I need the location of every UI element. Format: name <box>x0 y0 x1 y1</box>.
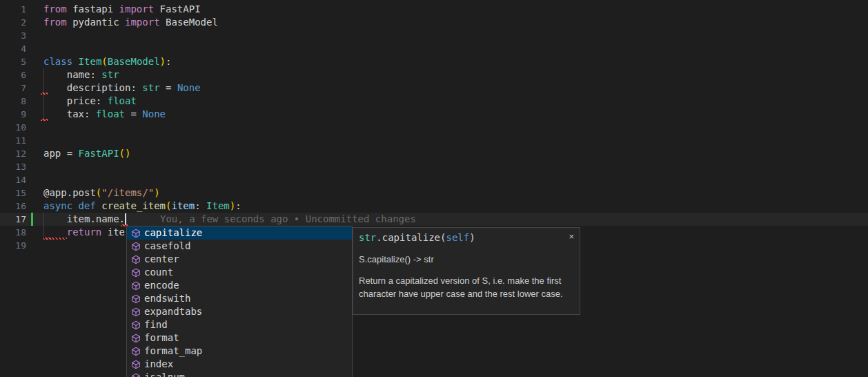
line-number[interactable]: 15 <box>0 186 26 200</box>
suggest-item-label: format_map <box>144 345 202 358</box>
line-number[interactable]: 7 <box>0 81 26 95</box>
code-line[interactable]: 13 <box>0 160 868 173</box>
suggest-item-label: expandtabs <box>144 305 202 318</box>
suggest-item-label: index <box>144 358 173 371</box>
suggest-item-label: encode <box>144 279 179 292</box>
code-token: . <box>376 232 382 243</box>
line-number[interactable]: 14 <box>0 173 26 186</box>
code-text: tax: float = None <box>43 108 166 121</box>
line-number[interactable]: 3 <box>0 29 26 42</box>
suggest-docs-description: Return a capitalized version of S, i.e. … <box>353 265 580 300</box>
suggest-item-label: format <box>144 331 179 345</box>
code-line[interactable]: 15@app.post("/items/") <box>0 186 868 200</box>
code-text: class Item(BaseModel): <box>43 55 171 68</box>
code-token: import <box>125 17 160 28</box>
line-number[interactable]: 18 <box>0 226 26 239</box>
text-cursor <box>125 213 126 225</box>
code-token: FastAPI <box>79 148 119 159</box>
code-line[interactable]: 5class Item(BaseModel): <box>0 55 868 68</box>
line-number[interactable]: 11 <box>0 134 26 147</box>
symbol-method-icon <box>130 280 141 291</box>
code-line[interactable]: 16async def create_item(item: Item): <box>0 200 868 213</box>
symbol-method-icon <box>130 333 141 344</box>
symbol-method-icon <box>130 346 141 357</box>
suggest-item[interactable]: expandtabs <box>127 305 352 318</box>
suggest-item[interactable]: index <box>127 358 352 371</box>
suggest-docs-signature: str.capitalize(self) <box>359 232 475 244</box>
code-token: tax: <box>43 108 96 119</box>
line-number[interactable]: 9 <box>0 108 26 121</box>
code-token: item.name. <box>43 213 125 224</box>
code-line[interactable]: 1from fastapi import FastAPI <box>0 3 868 16</box>
symbol-method-icon <box>130 320 141 331</box>
code-token: capitalize <box>382 232 440 243</box>
suggest-item-label: endswith <box>144 292 190 305</box>
code-text: name: str <box>43 68 119 81</box>
code-line[interactable]: 12app = FastAPI() <box>0 147 868 160</box>
code-token: None <box>142 108 166 119</box>
code-line[interactable]: 6 name: str <box>0 68 868 81</box>
symbol-method-icon <box>130 293 141 304</box>
code-token: self <box>446 232 469 243</box>
line-number[interactable]: 13 <box>0 160 26 173</box>
suggest-item[interactable]: format_map <box>127 345 352 358</box>
code-line[interactable]: 3 <box>0 29 868 42</box>
code-token <box>43 226 67 238</box>
suggest-item[interactable]: endswith <box>127 292 352 305</box>
code-token: str <box>359 232 376 243</box>
code-text: item.name. <box>43 213 125 226</box>
code-token: description: <box>43 82 142 93</box>
code-line[interactable]: 2from pydantic import BaseModel <box>0 16 868 29</box>
suggest-widget[interactable]: capitalizecasefoldcentercountencodeendsw… <box>126 226 353 377</box>
symbol-method-icon <box>130 254 141 265</box>
line-number[interactable]: 12 <box>0 147 26 160</box>
code-line[interactable]: 10 <box>0 121 868 134</box>
code-line[interactable]: 7 description: str = None <box>0 81 868 95</box>
line-number[interactable]: 19 <box>0 239 26 252</box>
line-number[interactable]: 6 <box>0 68 26 81</box>
suggest-item[interactable]: casefold <box>127 240 352 253</box>
line-number[interactable]: 5 <box>0 55 26 68</box>
code-text: app = FastAPI() <box>43 147 130 160</box>
error-squiggle <box>41 119 48 121</box>
error-squiggle <box>43 238 67 240</box>
suggest-item[interactable]: format <box>127 331 352 345</box>
line-number[interactable]: 17 <box>0 213 26 226</box>
line-number[interactable]: 1 <box>0 3 26 16</box>
suggest-item-label: find <box>144 318 168 331</box>
code-token: float <box>108 95 137 106</box>
code-token: ite <box>101 226 125 238</box>
code-token: str <box>101 69 119 80</box>
suggest-item-selected[interactable]: capitalize <box>127 226 352 240</box>
close-icon[interactable]: × <box>567 232 575 241</box>
inline-blame-annotation: You, a few seconds ago • Uncommitted cha… <box>160 213 416 226</box>
code-token: fastapi <box>67 3 119 14</box>
code-line[interactable]: 17 item.name. <box>0 213 868 226</box>
suggest-item[interactable]: isalnum <box>127 371 352 377</box>
symbol-method-icon <box>130 307 141 318</box>
line-number[interactable]: 8 <box>0 95 26 108</box>
suggest-item[interactable]: encode <box>127 279 352 292</box>
code-line[interactable]: 14 <box>0 173 868 186</box>
suggest-item[interactable]: center <box>127 253 352 266</box>
line-number[interactable]: 16 <box>0 200 26 213</box>
code-editor[interactable]: 1from fastapi import FastAPI2from pydant… <box>0 0 868 377</box>
gutter-modified-indicator[interactable] <box>31 213 33 226</box>
line-number[interactable]: 10 <box>0 121 26 134</box>
code-token: def <box>79 200 96 211</box>
suggest-item[interactable]: count <box>127 266 352 279</box>
code-line[interactable]: 8 price: float <box>0 95 868 108</box>
code-token: str <box>142 82 159 93</box>
line-number[interactable]: 2 <box>0 16 26 29</box>
line-number[interactable]: 4 <box>0 42 26 55</box>
code-token: = <box>125 108 142 119</box>
code-token: ) <box>154 187 159 198</box>
code-token: import <box>119 3 155 14</box>
code-token: "/items/" <box>101 187 154 198</box>
code-token: app = <box>43 148 79 159</box>
suggest-item[interactable]: find <box>127 318 352 331</box>
code-line[interactable]: 9 tax: float = None <box>0 108 868 121</box>
suggest-docs-panel: str.capitalize(self) × S.capitalize() ->… <box>353 227 580 315</box>
code-line[interactable]: 11 <box>0 134 868 147</box>
code-line[interactable]: 4 <box>0 42 868 55</box>
